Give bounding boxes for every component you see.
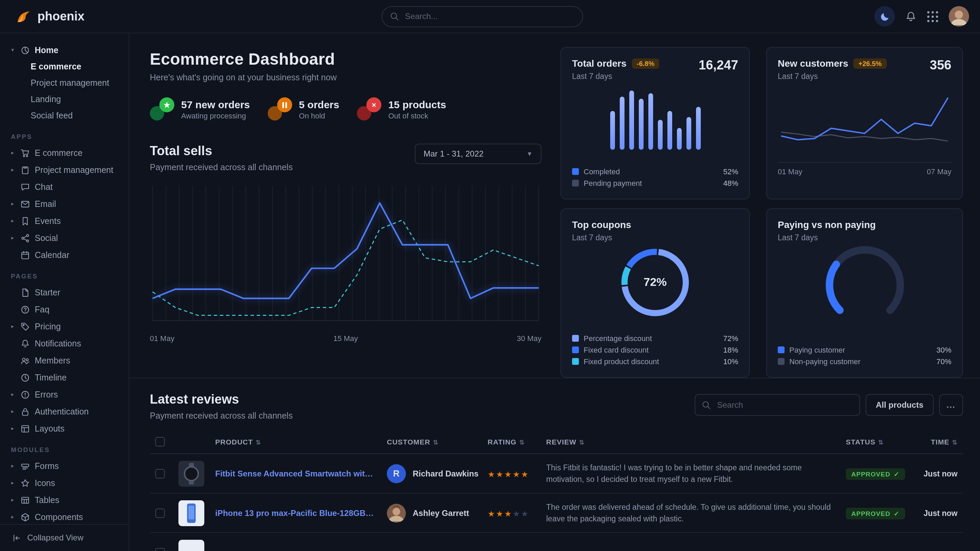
- avatar: [387, 503, 406, 522]
- card-title: Total orders: [572, 58, 627, 69]
- sidebar-item-components[interactable]: ▸Components: [10, 508, 122, 524]
- sidebar-item-authentication[interactable]: ▸Authentication: [10, 403, 122, 420]
- sidebar-item-label: Pricing: [35, 322, 60, 331]
- sidebar-item-home[interactable]: ▾Home: [10, 41, 122, 59]
- top-navbar: phoenix: [0, 0, 980, 33]
- sidebar-item-label: Social: [35, 233, 58, 243]
- product-thumbnail[interactable]: [178, 540, 204, 551]
- sidebar-item-label: Components: [35, 512, 83, 522]
- chevron-right-icon: ▸: [10, 150, 16, 156]
- sidebar-item-label: Home: [35, 45, 58, 55]
- bar: [638, 99, 643, 150]
- legend-value: 18%: [723, 345, 738, 354]
- card-period: Last 7 days: [572, 72, 659, 80]
- sidebar-subitem-project-management[interactable]: Project management: [10, 75, 122, 91]
- column-label: PRODUCT: [215, 438, 253, 446]
- notifications-bell-icon[interactable]: [905, 11, 917, 22]
- sidebar-item-starter[interactable]: Starter: [10, 284, 122, 301]
- reviews-search-input[interactable]: [695, 394, 860, 416]
- column-header-customer[interactable]: CUSTOMER⇅: [381, 430, 482, 454]
- sidebar-item-timeline[interactable]: Timeline: [10, 369, 122, 386]
- question-circle-icon: [21, 305, 30, 314]
- column-header-status[interactable]: STATUS⇅: [840, 430, 914, 454]
- theme-toggle-button[interactable]: [875, 6, 895, 27]
- sidebar-item-email[interactable]: ▸Email: [10, 195, 122, 212]
- product-thumbnail[interactable]: [178, 460, 204, 486]
- sidebar-subitem-e-commerce[interactable]: E commerce: [10, 59, 122, 75]
- sidebar-item-errors[interactable]: ▸Errors: [10, 386, 122, 403]
- sidebar-item-members[interactable]: Members: [10, 352, 122, 369]
- sidebar-item-label: Errors: [35, 390, 58, 399]
- dashboard-left-column: Ecommerce Dashboard Here's what's going …: [129, 33, 560, 378]
- chevron-right-icon: ▸: [10, 235, 16, 241]
- legend-value: 72%: [723, 334, 738, 342]
- sort-icon: ⇅: [952, 439, 958, 446]
- global-search-input[interactable]: [381, 6, 582, 27]
- column-header-product[interactable]: PRODUCT⇅: [210, 430, 381, 454]
- rating-stars: ★★★★★: [488, 469, 530, 479]
- new-customers-x-labels: 01 May07 May: [778, 162, 951, 176]
- total-orders-value: 16,247: [699, 58, 738, 73]
- collapse-icon: [12, 533, 21, 542]
- stat-value: 5 orders: [299, 98, 339, 110]
- product-link[interactable]: iPhone 13 pro max-Pacific Blue-128GB sto…: [215, 508, 376, 518]
- sidebar-item-layouts[interactable]: ▸Layouts: [10, 420, 122, 437]
- page-subtitle: Here's what's going on at your business …: [150, 73, 541, 83]
- box-icon: [21, 512, 30, 522]
- column-header-review[interactable]: REVIEW⇅: [541, 430, 840, 454]
- sidebar-subitem-social-feed[interactable]: Social feed: [10, 108, 122, 124]
- sidebar-item-forms[interactable]: ▸Forms: [10, 457, 122, 475]
- product-link[interactable]: Fitbit Sense Advanced Smartwatch with To…: [215, 468, 376, 478]
- date-range-select[interactable]: Mar 1 - 31, 2022 ▼: [415, 144, 541, 164]
- thumb-column-header: [173, 430, 210, 454]
- sidebar-item-calendar[interactable]: Calendar: [10, 246, 122, 264]
- top-coupons-legend: Percentage discount72%Fixed card discoun…: [572, 332, 738, 367]
- sidebar-item-notifications[interactable]: Notifications: [10, 335, 122, 352]
- sidebar-item-social[interactable]: ▸Social: [10, 229, 122, 246]
- phoenix-logo-icon: [15, 8, 32, 25]
- share-icon: [21, 233, 30, 243]
- apps-grid-icon[interactable]: [927, 11, 939, 22]
- select-all-checkbox[interactable]: [155, 437, 165, 446]
- check-icon: ✓: [894, 510, 900, 517]
- row-checkbox[interactable]: [155, 548, 165, 551]
- legend-value: 30%: [936, 345, 951, 354]
- brand-logo[interactable]: phoenix: [15, 8, 84, 25]
- user-avatar[interactable]: [949, 6, 969, 27]
- total-sells-chart-area: 01 May15 May30 May: [150, 182, 541, 342]
- sidebar-item-events[interactable]: ▸Events: [10, 212, 122, 229]
- sidebar-item-chat[interactable]: Chat: [10, 178, 122, 195]
- legend-item: Percentage discount72%: [572, 332, 738, 344]
- alert-icon: [21, 390, 30, 399]
- bookmark-icon: [21, 216, 30, 225]
- star-icon: [21, 478, 30, 488]
- chevron-right-icon: ▸: [10, 408, 16, 414]
- all-products-button[interactable]: All products: [865, 394, 934, 416]
- reviews-title: Latest reviews: [150, 392, 293, 407]
- sidebar-item-project-management[interactable]: ▸Project management: [10, 161, 122, 178]
- x-axis-label: 30 May: [517, 334, 541, 342]
- more-options-button[interactable]: ...: [939, 394, 963, 416]
- sidebar-item-tables[interactable]: ▸Tables: [10, 491, 122, 508]
- sidebar-item-pricing[interactable]: ▸Pricing: [10, 318, 122, 335]
- card-title: New customers: [778, 58, 848, 69]
- collapsed-view-toggle[interactable]: Collapsed View: [0, 524, 129, 551]
- bar: [686, 117, 691, 150]
- sidebar-item-faq[interactable]: Faq: [10, 301, 122, 318]
- product-thumbnail[interactable]: [178, 500, 204, 526]
- sidebar-item-e-commerce[interactable]: ▸E commerce: [10, 144, 122, 161]
- x-stat-icon: ×: [357, 97, 381, 121]
- column-label: RATING: [488, 438, 517, 446]
- sidebar-subitem-landing[interactable]: Landing: [10, 91, 122, 108]
- sidebar-item-label: Faq: [35, 305, 49, 314]
- sort-icon: ⇅: [433, 439, 439, 446]
- sidebar-item-icons[interactable]: ▸Icons: [10, 475, 122, 491]
- column-header-time[interactable]: TIME⇅: [914, 430, 963, 454]
- reviews-table-body: Fitbit Sense Advanced Smartwatch with To…: [150, 454, 963, 551]
- legend-swatch: [572, 335, 579, 341]
- row-checkbox[interactable]: [155, 508, 165, 518]
- row-checkbox[interactable]: [155, 468, 165, 478]
- legend-value: 70%: [936, 357, 951, 365]
- collapsed-view-label: Collapsed View: [27, 533, 83, 543]
- column-header-rating[interactable]: RATING⇅: [482, 430, 541, 454]
